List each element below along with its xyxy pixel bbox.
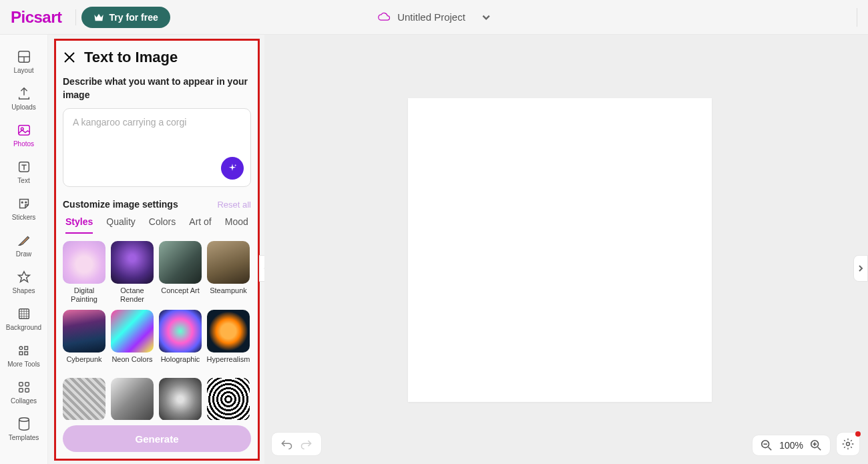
style-thumb [111, 378, 154, 420]
rail-templates[interactable]: Templates [0, 411, 47, 448]
magic-generate-button[interactable] [221, 157, 244, 180]
rail-label: Text [17, 177, 29, 184]
style-option[interactable] [63, 378, 105, 420]
style-option[interactable]: Neon Colors [111, 310, 154, 373]
svg-rect-17 [25, 389, 29, 393]
right-panel-handle[interactable] [853, 255, 868, 282]
canvas-area[interactable] [264, 35, 868, 464]
style-thumb [159, 241, 202, 284]
style-name: Neon Colors [112, 355, 152, 373]
style-option[interactable] [207, 378, 250, 420]
rail-photos[interactable]: Photos [0, 118, 47, 154]
settings-button[interactable] [836, 432, 860, 456]
zoom-in-button[interactable] [810, 439, 822, 451]
shapes-icon [17, 270, 31, 284]
rail-label: Collages [11, 397, 37, 405]
more-tools-icon [17, 343, 31, 358]
project-name: Untitled Project [397, 11, 465, 23]
collages-icon [17, 380, 31, 395]
svg-rect-16 [19, 389, 23, 393]
try-label: Try for free [110, 12, 158, 23]
customize-label: Customize image settings [63, 199, 178, 210]
stickers-icon [17, 196, 31, 211]
zoom-percent[interactable]: 100% [779, 440, 803, 451]
tab-art-of[interactable]: Art of [189, 216, 211, 234]
rail-label: Stickers [12, 214, 36, 221]
style-thumb [111, 310, 154, 353]
close-icon[interactable] [63, 51, 76, 64]
style-option[interactable]: Cyberpunk [63, 310, 105, 373]
style-option[interactable]: Digital Painting [63, 241, 105, 304]
style-name: Steampunk [210, 286, 247, 304]
rail-label: Draw [16, 250, 31, 258]
redo-button[interactable] [300, 438, 313, 450]
crown-icon [93, 13, 104, 22]
chevron-right-icon [857, 265, 864, 272]
rail-background[interactable]: Background [0, 301, 47, 338]
try-for-free-button[interactable]: Try for free [81, 7, 170, 28]
templates-icon [17, 417, 31, 431]
prompt-input[interactable]: A kangaroo carrying a corgi [63, 108, 251, 187]
svg-rect-13 [24, 352, 27, 355]
svg-rect-11 [24, 346, 27, 350]
style-thumb [159, 378, 202, 420]
tab-colors[interactable]: Colors [149, 216, 176, 234]
style-thumb [207, 241, 250, 284]
svg-marker-8 [18, 272, 29, 282]
tab-quality[interactable]: Quality [106, 216, 136, 234]
reset-all-link[interactable]: Reset all [217, 200, 251, 210]
style-name: Holographic [161, 355, 200, 373]
canvas[interactable] [408, 98, 712, 402]
project-name-area[interactable]: Untitled Project [377, 11, 491, 23]
text-icon [17, 160, 31, 174]
style-name: Digital Painting [63, 286, 105, 304]
rail-layout[interactable]: Layout [0, 44, 47, 81]
rail-uploads[interactable]: Uploads [0, 81, 47, 118]
zoom-controls: 100% [752, 435, 831, 456]
style-option[interactable]: Steampunk [207, 241, 250, 304]
svg-line-24 [818, 447, 821, 451]
style-name: Cyberpunk [66, 355, 101, 373]
style-option[interactable]: Concept Art [159, 241, 202, 304]
tab-mood[interactable]: Mood [225, 216, 248, 234]
svg-point-10 [19, 346, 23, 350]
style-option[interactable]: Hyperrealism [207, 310, 250, 373]
customize-row: Customize image settings Reset all [63, 199, 251, 210]
cloud-icon [377, 12, 391, 23]
rail-shapes[interactable]: Shapes [0, 264, 47, 301]
settings-tabs: Styles Quality Colors Art of Mood [63, 216, 251, 234]
rail-label: Shapes [13, 287, 35, 294]
rail-stickers[interactable]: Stickers [0, 191, 47, 228]
rail-label: Uploads [11, 103, 36, 111]
svg-rect-3 [18, 126, 29, 136]
style-option[interactable]: Octane Render [111, 241, 154, 304]
divider [857, 8, 857, 27]
rail-text[interactable]: Text [0, 154, 47, 191]
style-name: Hyperrealism [207, 355, 250, 373]
styles-grid[interactable]: Digital PaintingOctane RenderConcept Art… [63, 241, 251, 420]
svg-point-6 [21, 202, 23, 203]
style-option[interactable]: Holographic [159, 310, 202, 373]
divider [75, 9, 76, 25]
tab-styles[interactable]: Styles [65, 216, 93, 234]
text-to-image-panel: Text to Image Describe what you want to … [54, 39, 260, 461]
style-option[interactable] [111, 378, 154, 420]
svg-rect-15 [25, 383, 29, 387]
topbar: Picsart Try for free Untitled Project [0, 0, 868, 35]
sparkle-icon [227, 163, 238, 174]
style-thumb [63, 378, 105, 420]
rail-more-tools[interactable]: More Tools [0, 338, 47, 375]
rail-label: More Tools [7, 361, 40, 368]
zoom-out-button[interactable] [761, 439, 773, 451]
undo-redo-group [271, 432, 322, 456]
rail-collages[interactable]: Collages [0, 375, 47, 411]
rail-draw[interactable]: Draw [0, 228, 47, 264]
generate-button[interactable]: Generate [63, 425, 251, 452]
undo-button[interactable] [280, 438, 293, 450]
prompt-placeholder: A kangaroo carrying a corgi [73, 117, 241, 128]
panel-wrap: Text to Image Describe what you want to … [48, 35, 264, 464]
logo[interactable]: Picsart [11, 8, 62, 27]
panel-title: Text to Image [84, 49, 178, 66]
panel-header: Text to Image [63, 49, 251, 66]
style-option[interactable] [159, 378, 202, 420]
